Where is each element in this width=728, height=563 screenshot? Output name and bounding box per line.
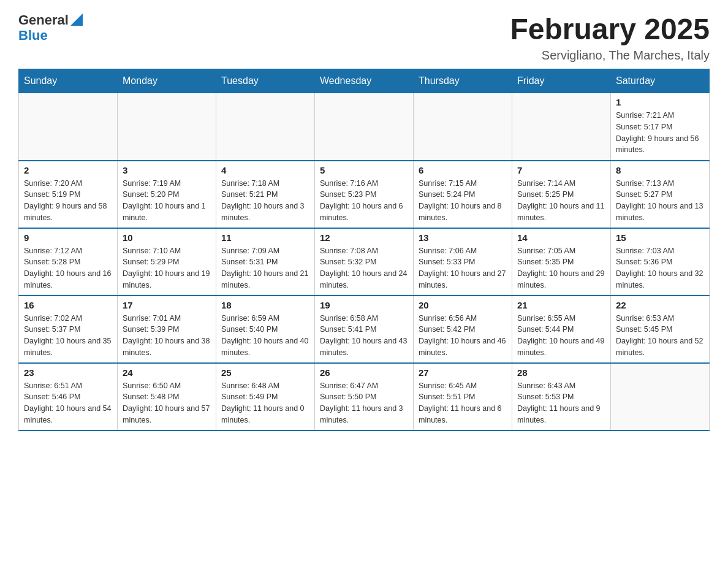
day-info: Sunrise: 6:53 AMSunset: 5:45 PMDaylight:…: [616, 313, 704, 359]
calendar-body: 1Sunrise: 7:21 AMSunset: 5:17 PMDaylight…: [19, 93, 710, 431]
calendar-cell: 1Sunrise: 7:21 AMSunset: 5:17 PMDaylight…: [611, 93, 710, 161]
day-number: 27: [419, 367, 507, 378]
calendar-cell: 10Sunrise: 7:10 AMSunset: 5:29 PMDayligh…: [118, 228, 216, 296]
calendar-cell: [315, 93, 414, 161]
calendar-cell: 17Sunrise: 7:01 AMSunset: 5:39 PMDayligh…: [118, 296, 216, 363]
day-info: Sunrise: 6:48 AMSunset: 5:49 PMDaylight:…: [221, 380, 309, 426]
day-number: 3: [123, 165, 211, 175]
calendar-cell: 21Sunrise: 6:55 AMSunset: 5:44 PMDayligh…: [512, 296, 611, 363]
day-number: 2: [24, 165, 112, 175]
calendar-cell: 9Sunrise: 7:12 AMSunset: 5:28 PMDaylight…: [19, 228, 118, 296]
day-number: 20: [419, 300, 507, 310]
calendar-cell: 20Sunrise: 6:56 AMSunset: 5:42 PMDayligh…: [414, 296, 512, 363]
days-of-week-row: SundayMondayTuesdayWednesdayThursdayFrid…: [19, 69, 710, 93]
day-info: Sunrise: 6:45 AMSunset: 5:51 PMDaylight:…: [419, 380, 507, 426]
day-info: Sunrise: 6:56 AMSunset: 5:42 PMDaylight:…: [419, 313, 507, 359]
calendar-cell: 15Sunrise: 7:03 AMSunset: 5:36 PMDayligh…: [611, 228, 710, 296]
calendar-cell: 3Sunrise: 7:19 AMSunset: 5:20 PMDaylight…: [118, 161, 216, 228]
logo-blue-text: Blue: [18, 28, 48, 43]
day-number: 16: [24, 300, 112, 310]
calendar-cell: 25Sunrise: 6:48 AMSunset: 5:49 PMDayligh…: [216, 363, 315, 431]
calendar-cell: 16Sunrise: 7:02 AMSunset: 5:37 PMDayligh…: [19, 296, 118, 363]
calendar-cell: 2Sunrise: 7:20 AMSunset: 5:19 PMDaylight…: [19, 161, 118, 228]
calendar-cell: [414, 93, 512, 161]
day-info: Sunrise: 6:43 AMSunset: 5:53 PMDaylight:…: [517, 380, 605, 426]
calendar-title: February 2025: [510, 12, 710, 46]
logo-general-text: General: [18, 13, 69, 28]
day-info: Sunrise: 6:59 AMSunset: 5:40 PMDaylight:…: [221, 313, 309, 359]
day-info: Sunrise: 7:09 AMSunset: 5:31 PMDaylight:…: [221, 245, 309, 291]
calendar-cell: [512, 93, 611, 161]
day-number: 23: [24, 367, 112, 378]
day-number: 18: [221, 300, 309, 310]
week-row-5: 23Sunrise: 6:51 AMSunset: 5:46 PMDayligh…: [19, 363, 710, 431]
week-row-3: 9Sunrise: 7:12 AMSunset: 5:28 PMDaylight…: [19, 228, 710, 296]
calendar-table: SundayMondayTuesdayWednesdayThursdayFrid…: [18, 69, 710, 431]
day-info: Sunrise: 6:55 AMSunset: 5:44 PMDaylight:…: [517, 313, 605, 359]
day-number: 7: [517, 165, 605, 175]
week-row-4: 16Sunrise: 7:02 AMSunset: 5:37 PMDayligh…: [19, 296, 710, 363]
day-info: Sunrise: 6:51 AMSunset: 5:46 PMDaylight:…: [24, 380, 112, 426]
title-section: February 2025 Servigliano, The Marches, …: [510, 12, 710, 63]
calendar-cell: [19, 93, 118, 161]
day-info: Sunrise: 7:15 AMSunset: 5:24 PMDaylight:…: [419, 178, 507, 224]
page-header: General Blue February 2025 Servigliano, …: [18, 12, 710, 63]
day-info: Sunrise: 7:03 AMSunset: 5:36 PMDaylight:…: [616, 245, 704, 291]
day-of-week-saturday: Saturday: [611, 69, 710, 93]
day-info: Sunrise: 7:02 AMSunset: 5:37 PMDaylight:…: [24, 313, 112, 359]
calendar-cell: [118, 93, 216, 161]
day-number: 28: [517, 367, 605, 378]
week-row-1: 1Sunrise: 7:21 AMSunset: 5:17 PMDaylight…: [19, 93, 710, 161]
day-info: Sunrise: 7:12 AMSunset: 5:28 PMDaylight:…: [24, 245, 112, 291]
day-number: 22: [616, 300, 704, 310]
week-row-2: 2Sunrise: 7:20 AMSunset: 5:19 PMDaylight…: [19, 161, 710, 228]
day-of-week-monday: Monday: [118, 69, 216, 93]
day-of-week-wednesday: Wednesday: [315, 69, 414, 93]
day-info: Sunrise: 6:47 AMSunset: 5:50 PMDaylight:…: [320, 380, 408, 426]
logo: General Blue: [18, 12, 83, 43]
day-of-week-friday: Friday: [512, 69, 611, 93]
day-info: Sunrise: 7:06 AMSunset: 5:33 PMDaylight:…: [419, 245, 507, 291]
calendar-cell: 7Sunrise: 7:14 AMSunset: 5:25 PMDaylight…: [512, 161, 611, 228]
day-number: 6: [419, 165, 507, 175]
calendar-cell: 14Sunrise: 7:05 AMSunset: 5:35 PMDayligh…: [512, 228, 611, 296]
day-number: 5: [320, 165, 408, 175]
day-info: Sunrise: 7:14 AMSunset: 5:25 PMDaylight:…: [517, 178, 605, 224]
calendar-cell: 23Sunrise: 6:51 AMSunset: 5:46 PMDayligh…: [19, 363, 118, 431]
day-info: Sunrise: 6:50 AMSunset: 5:48 PMDaylight:…: [123, 380, 211, 426]
calendar-cell: 22Sunrise: 6:53 AMSunset: 5:45 PMDayligh…: [611, 296, 710, 363]
calendar-cell: 28Sunrise: 6:43 AMSunset: 5:53 PMDayligh…: [512, 363, 611, 431]
day-info: Sunrise: 7:05 AMSunset: 5:35 PMDaylight:…: [517, 245, 605, 291]
calendar-subtitle: Servigliano, The Marches, Italy: [510, 48, 710, 63]
day-number: 4: [221, 165, 309, 175]
day-number: 13: [419, 232, 507, 243]
day-of-week-thursday: Thursday: [414, 69, 512, 93]
day-number: 21: [517, 300, 605, 310]
day-number: 1: [616, 97, 704, 107]
day-number: 10: [123, 232, 211, 243]
calendar-cell: 27Sunrise: 6:45 AMSunset: 5:51 PMDayligh…: [414, 363, 512, 431]
svg-marker-0: [70, 13, 83, 26]
day-info: Sunrise: 7:21 AMSunset: 5:17 PMDaylight:…: [616, 110, 704, 156]
day-number: 12: [320, 232, 408, 243]
day-info: Sunrise: 7:10 AMSunset: 5:29 PMDaylight:…: [123, 245, 211, 291]
calendar-cell: [611, 363, 710, 431]
day-info: Sunrise: 7:19 AMSunset: 5:20 PMDaylight:…: [123, 178, 211, 224]
day-of-week-sunday: Sunday: [19, 69, 118, 93]
day-info: Sunrise: 6:58 AMSunset: 5:41 PMDaylight:…: [320, 313, 408, 359]
day-number: 14: [517, 232, 605, 243]
day-number: 11: [221, 232, 309, 243]
calendar-cell: 26Sunrise: 6:47 AMSunset: 5:50 PMDayligh…: [315, 363, 414, 431]
day-info: Sunrise: 7:20 AMSunset: 5:19 PMDaylight:…: [24, 178, 112, 224]
day-number: 15: [616, 232, 704, 243]
calendar-header: SundayMondayTuesdayWednesdayThursdayFrid…: [19, 69, 710, 93]
day-info: Sunrise: 7:18 AMSunset: 5:21 PMDaylight:…: [221, 178, 309, 224]
day-info: Sunrise: 7:16 AMSunset: 5:23 PMDaylight:…: [320, 178, 408, 224]
day-number: 19: [320, 300, 408, 310]
day-number: 25: [221, 367, 309, 378]
day-number: 24: [123, 367, 211, 378]
calendar-cell: 13Sunrise: 7:06 AMSunset: 5:33 PMDayligh…: [414, 228, 512, 296]
calendar-cell: 8Sunrise: 7:13 AMSunset: 5:27 PMDaylight…: [611, 161, 710, 228]
day-of-week-tuesday: Tuesday: [216, 69, 315, 93]
calendar-cell: 19Sunrise: 6:58 AMSunset: 5:41 PMDayligh…: [315, 296, 414, 363]
